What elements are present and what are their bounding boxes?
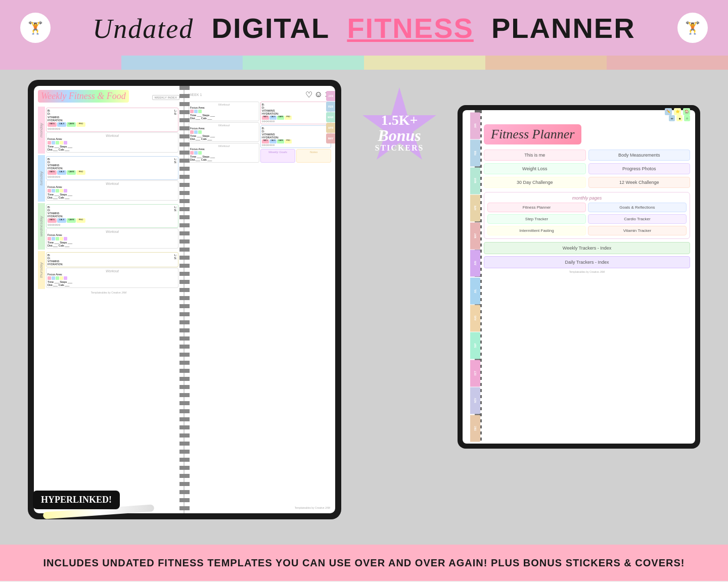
fats3-bar: FATS xyxy=(48,218,57,223)
middle-area: 1.5K+ Bonus STICKERS xyxy=(351,80,447,181)
rp-fats1: FATS xyxy=(262,116,269,120)
month-tabs-left-tablet: JAN FEB MAR APR MAY xyxy=(326,91,335,143)
rt-tab-jan[interactable]: JAN xyxy=(470,112,480,139)
focus-area-thursday: Focus Area: xyxy=(48,273,177,276)
hydration2-label: HYDRATION: xyxy=(48,167,177,170)
tablet-left: Weekly Fitness & Food WEEKLY INDEX monda… xyxy=(28,80,341,519)
page-right: WEEK 1 ♡ ☺ ✕ Workout Focu xyxy=(185,86,335,513)
trackers-index-button[interactable]: Weekly Trackers - Index xyxy=(484,242,690,254)
link-progress-photos[interactable]: Progress Photos xyxy=(588,163,691,174)
cals2-bar: CALS xyxy=(57,170,66,175)
hydration-label: HYDRATION: xyxy=(48,119,177,122)
stripe-6 xyxy=(607,56,728,70)
rt-dist-1: Dist.___ Cals ___ xyxy=(190,117,258,120)
rt-tab-apr[interactable]: APR xyxy=(470,195,480,221)
s-label: S: xyxy=(174,112,177,115)
monthly-intermittent-fasting[interactable]: Intermittent Fasting xyxy=(487,226,586,235)
carb2-bar: CARB xyxy=(67,170,76,175)
cals-bar: CALS xyxy=(57,122,66,127)
rt-tab-nov[interactable]: NOV xyxy=(470,387,480,414)
day-label-wednesday: wednesday xyxy=(38,203,45,250)
monthly-step-tracker[interactable]: Step Tracker xyxy=(487,214,586,224)
home-icon-small[interactable]: ⌂ xyxy=(684,115,690,121)
stripe-3 xyxy=(243,56,364,70)
hydration-circles: ○○○○○○○ xyxy=(48,127,177,130)
footer-left: Templateables by Creative JAM xyxy=(38,291,179,294)
rt-tab-may[interactable]: MAY xyxy=(470,222,480,249)
stripe-2 xyxy=(121,56,243,70)
rt-tab-sep[interactable]: SEP xyxy=(470,332,480,359)
star-icon-small[interactable]: ★ xyxy=(676,115,682,121)
rt-title-area: Fitness Planner xyxy=(484,124,690,144)
tab-jan[interactable]: JAN xyxy=(326,91,335,101)
day-label-tuesday: tuesday xyxy=(38,155,45,202)
tablet-right: ✏️ ⭐ 🏠 JAN FEB MAR APR MAY JUN JUL AUG S… xyxy=(458,105,700,449)
tab-may[interactable]: MAY xyxy=(326,133,335,143)
weekly-index-button[interactable]: WEEKLY INDEX xyxy=(152,95,179,100)
day-label-monday: monday xyxy=(38,107,45,154)
link-12-week[interactable]: 12 Week Challenge xyxy=(588,177,691,188)
link-30-day[interactable]: 30 Day Challenge xyxy=(484,177,586,188)
title-digital: DIGITAL xyxy=(211,12,329,44)
rt-tab-mar[interactable]: MAR xyxy=(470,167,480,194)
link-weight-loss[interactable]: Weight Loss xyxy=(484,163,586,174)
monthly-fitness-planner[interactable]: Fitness Planner xyxy=(487,203,586,212)
title-planner: PLANNER xyxy=(491,12,635,44)
home-icon-rt[interactable]: 🏠 xyxy=(683,108,690,115)
carb3-bar: CARB xyxy=(67,218,76,223)
top-icons-right-tablet: ✏️ ⭐ 🏠 xyxy=(665,108,690,115)
day-row-tuesday: tuesday B:L: D:S: VITAMINS HYDRATION: FA… xyxy=(38,155,179,202)
star-icon-rt[interactable]: ⭐ xyxy=(674,108,681,115)
rt-focus-1: Focus Area: xyxy=(190,106,258,109)
pro2-bar: PRO xyxy=(76,170,85,175)
tablet-right-screen: JAN FEB MAR APR MAY JUN JUL AUG SEP OCT … xyxy=(463,110,695,444)
pencil-icon-rt[interactable]: ✏️ xyxy=(665,108,672,115)
carb-bar: CARB xyxy=(67,122,76,127)
s4-label: S: xyxy=(174,257,177,260)
week-number: WEEK 1 xyxy=(189,93,202,96)
rt-tab-dec[interactable]: DEC xyxy=(470,415,480,442)
tab-apr[interactable]: APR xyxy=(326,123,335,133)
tab-mar[interactable]: MAR xyxy=(326,112,335,122)
workout-icons-thursday xyxy=(48,276,177,280)
focus-area-monday: Focus Area: xyxy=(48,137,177,140)
notes-label: Notes xyxy=(298,151,330,154)
spiral xyxy=(179,86,190,513)
rp-circles2: ○○○○○○○ xyxy=(262,143,330,147)
page-left: Weekly Fitness & Food WEEKLY INDEX monda… xyxy=(34,86,185,513)
link-this-is-me[interactable]: This is me xyxy=(484,150,586,161)
pro3-bar: PRO xyxy=(76,218,85,223)
pencil-icon-small[interactable]: ✏ xyxy=(669,115,675,121)
monthly-section-title: monthly pages xyxy=(487,196,687,201)
hydration2-circles: ○○○○○○○ xyxy=(48,175,177,178)
bonus-label: Bonus xyxy=(375,127,424,143)
day-row-thursday: thursday B:L: D:S: VITAMINS HYDRATION: W… xyxy=(38,251,179,289)
rt-focus-2: Focus Area: xyxy=(190,127,258,130)
rt-tab-aug[interactable]: AUG xyxy=(470,305,480,331)
title-fitness: FITNESS xyxy=(347,12,473,44)
rt-tab-jul[interactable]: JUL xyxy=(470,277,480,304)
smile-icon: ☺ xyxy=(314,90,323,100)
monthly-goals-reflections[interactable]: Goals & Reflections xyxy=(588,203,687,212)
main-content: Weekly Fitness & Food WEEKLY INDEX monda… xyxy=(0,70,728,545)
daily-trackers-index-button[interactable]: Daily Trackers - Index xyxy=(484,256,690,268)
rp-circles1: ○○○○○○○ xyxy=(262,120,330,123)
workout-title-monday: Workout xyxy=(48,134,177,137)
workout-icons-wednesday xyxy=(48,237,177,240)
rt-tab-feb[interactable]: FEB xyxy=(470,139,480,166)
stripe-1 xyxy=(0,56,121,70)
rt-focus-3: Focus Area: xyxy=(190,148,258,151)
rp-fats2: FATS xyxy=(262,139,269,143)
rt-tab-jun[interactable]: JUN xyxy=(470,250,480,276)
bonus-badge-container: 1.5K+ Bonus STICKERS xyxy=(351,85,447,181)
footer-right: Templateables by Creative JAM xyxy=(295,506,330,509)
monthly-vitamin-tracker[interactable]: Vitamin Tracker xyxy=(588,226,687,235)
workout-icons-tuesday xyxy=(48,189,177,192)
day-label-thursday: thursday xyxy=(38,251,45,289)
dist-cals-tuesday: Dist.___ Cals ___ xyxy=(48,196,177,199)
rt-tab-oct[interactable]: OCT xyxy=(470,360,480,386)
tab-feb[interactable]: FEB xyxy=(326,102,335,112)
workout-title-thursday: Workout xyxy=(48,269,177,273)
monthly-cardio-tracker[interactable]: Cardio Tracker xyxy=(588,214,687,224)
link-body-measurements[interactable]: Body Measurements xyxy=(588,150,691,161)
